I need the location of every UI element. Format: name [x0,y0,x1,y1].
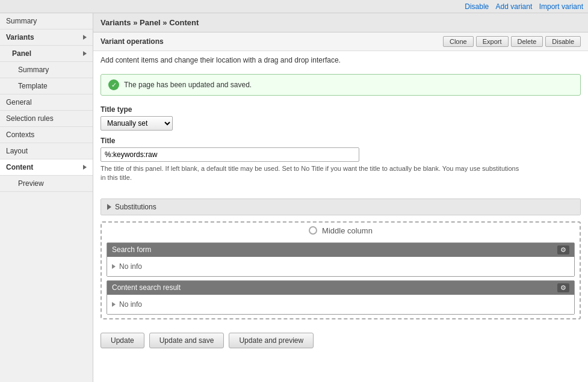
help-text: The title of this panel. If left blank, … [101,164,522,183]
top-bar: Disable Add variant Import variant [0,0,588,13]
middle-column-header: Middle column [102,223,580,239]
title-type-row: Title type Manually set No title From co… [101,105,581,131]
content-arrow-icon [83,165,87,170]
delete-button[interactable]: Delete [511,36,543,47]
variants-arrow-icon [83,35,87,40]
update-button[interactable]: Update [101,333,144,348]
title-type-select[interactable]: Manually set No title From content [101,116,173,131]
variant-ops-label: Variant operations [101,37,164,46]
substitutions-section: Substitutions [101,199,581,215]
disable-button[interactable]: Disable [545,36,581,47]
title-label: Title [101,137,581,145]
clone-button[interactable]: Clone [443,36,474,47]
sidebar-item-general[interactable]: General [0,94,93,111]
sidebar-item-selection-rules[interactable]: Selection rules [0,111,93,127]
search-form-gear-button[interactable]: ⚙ [557,245,569,254]
search-form-header: Search form ⚙ [107,243,574,257]
top-add-variant-link[interactable]: Add variant [496,2,533,11]
top-import-variant-link[interactable]: Import variant [539,2,583,11]
sidebar-item-contexts[interactable]: Contexts [0,127,93,143]
sidebar: Summary Variants Panel Summary Template … [0,13,93,382]
action-buttons: Update Update and save Update and previe… [93,325,588,356]
sidebar-item-template[interactable]: Template [0,78,93,94]
substitutions-header[interactable]: Substitutions [101,199,580,215]
panel-arrow-icon [83,51,87,56]
variant-ops-buttons: Clone Export Delete Disable [443,36,581,47]
content-search-result-gear-button[interactable]: ⚙ [557,283,569,292]
substitutions-label: Substitutions [115,203,156,211]
update-and-save-button[interactable]: Update and save [149,333,224,348]
middle-column-label: Middle column [322,226,373,235]
sidebar-item-variants[interactable]: Variants [0,29,93,46]
content-search-result-expand-icon [112,302,116,307]
content-search-result-header: Content search result ⚙ [107,281,574,295]
search-form-expand-icon [112,264,116,269]
variant-ops-bar: Variant operations Clone Export Delete D… [93,32,588,51]
sidebar-item-layout[interactable]: Layout [0,143,93,159]
search-form-body: No info [107,257,574,276]
title-type-label: Title type [101,105,581,114]
title-input[interactable] [101,147,359,162]
top-disable-link[interactable]: Disable [465,2,489,11]
sidebar-item-content[interactable]: Content [0,159,93,176]
success-message: The page has been updated and saved. [124,81,252,89]
content-search-result-block: Content search result ⚙ No info [107,280,575,315]
content-area: Variants » Panel » Content Variant opera… [93,13,588,382]
form-section: Title type Manually set No title From co… [93,100,588,194]
search-form-info: No info [119,262,142,271]
title-row: Title The title of this panel. If left b… [101,137,581,183]
sidebar-item-preview[interactable]: Preview [0,176,93,192]
sidebar-item-summary-top[interactable]: Summary [0,13,93,29]
success-icon: ✓ [108,79,119,90]
content-search-result-info: No info [119,300,142,309]
middle-column-container: Middle column Search form ⚙ No info Cont… [101,221,581,319]
substitutions-expand-icon [107,204,111,210]
export-button[interactable]: Export [476,36,509,47]
description-text: Add content items and change their locat… [93,51,588,69]
content-search-result-body: No info [107,295,574,314]
middle-column-radio[interactable] [309,226,317,235]
search-form-block: Search form ⚙ No info [107,242,575,277]
success-box: ✓ The page has been updated and saved. [101,74,581,96]
sidebar-item-summary[interactable]: Summary [0,62,93,78]
content-search-result-title: Content search result [112,283,181,292]
update-and-preview-button[interactable]: Update and preview [229,333,314,348]
search-form-title: Search form [112,245,151,254]
main-layout: Summary Variants Panel Summary Template … [0,13,588,382]
breadcrumb: Variants » Panel » Content [93,13,588,32]
sidebar-item-panel[interactable]: Panel [0,46,93,62]
